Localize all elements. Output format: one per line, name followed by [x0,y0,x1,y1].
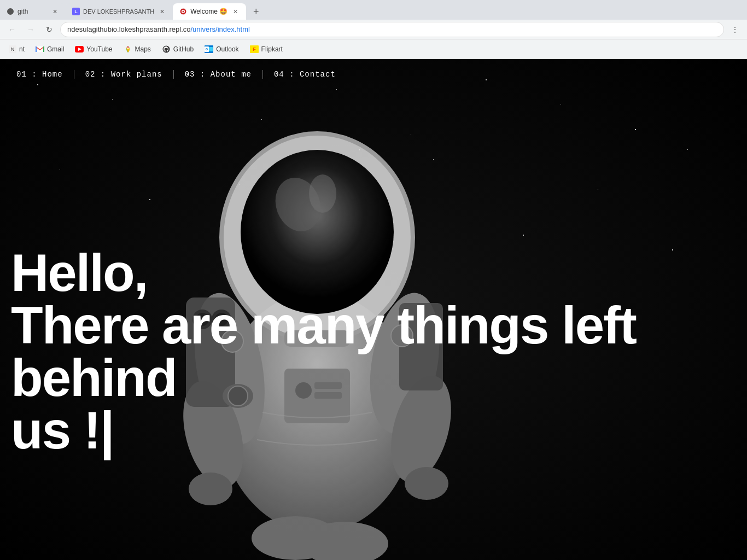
svg-point-0 [7,8,14,15]
site-navigation: 01 : Home 02 : Work plans 03 : About me … [0,59,747,90]
nav-work-separator: : [101,70,111,79]
bookmark-youtube[interactable]: YouTube [71,43,116,56]
bookmark-gmail[interactable]: Gmail [31,43,68,56]
nav-work[interactable]: 02 : Work plans [74,70,174,79]
flipkart-favicon: F [250,45,259,54]
tab-dev-close[interactable]: ✕ [157,7,166,16]
bookmark-github-label: GitHub [173,45,194,53]
nav-about-separator: : [200,70,211,79]
hero-line3: us !| [11,401,114,459]
website-content: 01 : Home 02 : Work plans 03 : About me … [0,59,747,560]
nav-home[interactable]: 01 : Home [16,70,74,79]
tab-welcome-close[interactable]: ✕ [231,7,240,16]
forward-button[interactable]: → [23,22,38,37]
address-text: ndesulagithubio.lokeshprasanth.repl.co/u… [67,25,250,33]
menu-button[interactable]: ⋮ [727,22,743,37]
svg-point-40 [189,472,232,505]
svg-text:F: F [253,46,256,52]
address-bar[interactable]: ndesulagithubio.lokeshprasanth.repl.co/u… [60,22,724,37]
nav-home-separator: : [32,70,42,79]
bookmark-flipkart-label: Flipkart [261,45,283,53]
tab-welcome[interactable]: Welcome 🤩 ✕ [173,3,246,20]
svg-rect-6 [43,46,44,52]
welcome-favicon [179,8,187,15]
bookmark-gmail-label: Gmail [47,45,64,53]
nav-home-number: 01 [16,70,27,79]
bookmark-maps-label: Maps [135,45,151,53]
bookmark-maps[interactable]: Maps [119,43,155,56]
bookmark-outlook[interactable]: o Outlook [200,43,243,56]
svg-rect-4 [36,46,44,52]
reload-button[interactable]: ↻ [42,22,57,37]
svg-point-9 [127,47,129,49]
nav-contact-number: 04 [274,70,284,79]
plus-icon: + [253,6,259,18]
bookmarks-bar: N nt Gmail YouTube [0,39,747,59]
tab-github-label: gith [17,8,28,15]
tab-dev[interactable]: L DEV LOKESHPRASANTH ✕ [66,3,173,20]
svg-rect-12 [208,47,213,51]
forward-icon: → [27,25,34,34]
bookmark-youtube-label: YouTube [86,45,112,53]
bookmark-flipkart[interactable]: F Flipkart [246,43,287,56]
svg-point-31 [309,174,336,213]
svg-point-3 [183,11,184,13]
github-bm-favicon [162,45,171,54]
tab-github[interactable]: gith ✕ [0,3,66,20]
back-icon: ← [8,25,16,34]
hero-line2: There are many things left behind [11,296,636,407]
bookmark-nt-label: nt [19,45,25,53]
tab-github-close[interactable]: ✕ [50,7,59,16]
github-favicon [7,8,14,15]
bookmark-outlook-label: Outlook [216,45,238,53]
new-tab-button[interactable]: + [248,4,264,19]
hero-heading: Hello, There are many things left behind… [11,247,736,457]
menu-icon: ⋮ [731,25,739,34]
reload-icon: ↻ [46,25,52,34]
maps-favicon [124,45,132,54]
nav-about-label: About me [211,70,252,79]
nav-contact[interactable]: 04 : Contact [263,70,347,79]
gmail-favicon [36,45,44,54]
nt-favicon: N [9,45,16,53]
nav-contact-label: Contact [300,70,336,79]
address-bar-row: ← → ↻ ndesulagithubio.lokeshprasanth.rep… [0,20,747,39]
nav-about-number: 03 [185,70,195,79]
hero-line1: Hello, [11,243,147,302]
svg-text:o: o [206,47,208,51]
nav-links: 01 : Home 02 : Work plans 03 : About me … [16,70,347,79]
nav-contact-separator: : [289,70,300,79]
svg-rect-5 [36,46,37,52]
nav-work-label: Work plans [111,70,162,79]
outlook-favicon: o [205,45,213,54]
back-button[interactable]: ← [4,22,20,37]
youtube-favicon [75,45,84,54]
dev-favicon: L [72,8,80,15]
bookmark-github[interactable]: GitHub [157,43,198,56]
tab-welcome-label: Welcome 🤩 [190,8,227,15]
tab-bar: gith ✕ L DEV LOKESHPRASANTH ✕ Welcome 🤩 … [0,0,747,20]
hero-text: Hello, There are many things left behind… [0,247,747,457]
bookmark-nt[interactable]: N nt [4,43,29,55]
nav-work-number: 02 [85,70,96,79]
svg-point-41 [405,467,448,500]
browser-frame: gith ✕ L DEV LOKESHPRASANTH ✕ Welcome 🤩 … [0,0,747,560]
nav-home-label: Home [42,70,63,79]
tab-dev-label: DEV LOKESHPRASANTH [83,8,154,15]
nav-about[interactable]: 03 : About me [174,70,263,79]
